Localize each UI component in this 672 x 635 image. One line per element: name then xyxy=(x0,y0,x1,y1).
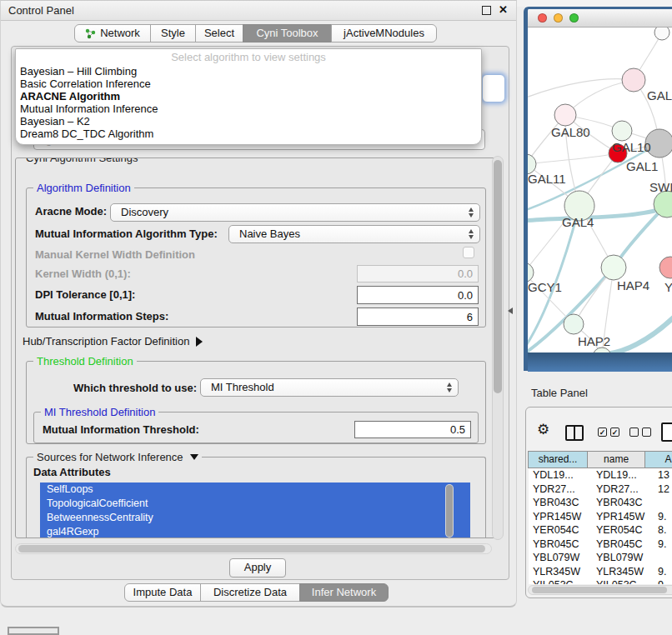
table-row[interactable]: YBR043CYBR043C xyxy=(529,496,672,510)
network-edge[interactable] xyxy=(528,79,634,98)
tab-infer-network[interactable]: Infer Network xyxy=(299,583,389,602)
kernel-width-field[interactable] xyxy=(357,265,479,282)
network-edge[interactable] xyxy=(607,315,672,352)
table-cell: YDR27... xyxy=(592,482,654,497)
table-row[interactable]: YIL053CYIL053C9 xyxy=(529,578,672,584)
table-row[interactable]: YDR27...YDR27...12 xyxy=(529,482,672,497)
network-node-gal80[interactable] xyxy=(554,104,576,126)
algorithm-option[interactable]: ARACNE Algorithm xyxy=(16,90,481,102)
network-edge[interactable] xyxy=(528,205,672,221)
table-cell: YBR045C xyxy=(529,538,592,552)
mi-threshold-label: Mutual Information Threshold: xyxy=(43,423,199,436)
settings-vertical-scrollbar[interactable] xyxy=(492,156,504,540)
table-horizontal-scrollbar[interactable] xyxy=(528,585,672,595)
network-node-gal10[interactable] xyxy=(612,121,632,141)
sources-title[interactable]: Sources for Network Inference xyxy=(33,451,202,463)
checked-box-icon: ✓ xyxy=(598,428,607,437)
algorithm-option[interactable]: Basic Correlation Inference xyxy=(16,78,481,90)
which-threshold-label: Which threshold to use: xyxy=(73,382,197,394)
tab-style[interactable]: Style xyxy=(150,24,196,42)
split-columns-icon[interactable] xyxy=(565,425,584,441)
deselect-all-columns-icon[interactable] xyxy=(629,428,651,437)
mi-steps-field[interactable] xyxy=(357,308,479,326)
table-cell: 12 xyxy=(654,482,672,497)
table-cell: YBR043C xyxy=(529,496,592,510)
table-cell: 13 xyxy=(654,468,672,482)
table-cell: YER054C xyxy=(592,523,654,538)
network-node-hap2[interactable] xyxy=(564,314,584,334)
table-cell xyxy=(654,496,672,510)
node-label: GAL80 xyxy=(551,125,590,139)
threshold-definition-title: Threshold Definition xyxy=(33,355,137,368)
table-panel-title: Table Panel xyxy=(531,387,588,399)
apply-button[interactable]: Apply xyxy=(229,558,286,578)
node-label: GAL11 xyxy=(528,172,566,186)
table-cell: YBL079W xyxy=(529,551,592,565)
table-cell: 9. xyxy=(654,538,672,552)
document-icon[interactable] xyxy=(661,422,672,442)
table-scroll-thumb[interactable] xyxy=(532,587,667,593)
zoom-traffic-light[interactable] xyxy=(569,13,579,22)
tab-discretize-data[interactable]: Discretize Data xyxy=(200,583,300,602)
node-label: GAL1 xyxy=(626,159,658,173)
network-edge[interactable] xyxy=(528,153,618,164)
attributes-scrollbar[interactable] xyxy=(445,484,454,538)
table-row[interactable]: YBR045CYBR045C9. xyxy=(529,538,672,552)
minimized-panel-stub[interactable] xyxy=(8,627,59,635)
hub-definition-label: Hub/Transcription Factor Definition xyxy=(23,335,189,348)
tab-cyni-toolbox[interactable]: Cyni Toolbox xyxy=(243,24,332,42)
tab-discretize-data-label: Discretize Data xyxy=(213,584,287,601)
algorithm-option[interactable]: Dream8 DC_TDC Algorithm xyxy=(16,128,481,140)
table-cell: YPR145W xyxy=(592,510,654,524)
table-row[interactable]: YLR345WYLR345W9. xyxy=(529,565,672,579)
attribute-item[interactable]: gal4RGexp xyxy=(40,525,470,538)
algorithm-option[interactable]: Bayesian – K2 xyxy=(16,115,481,128)
minimize-traffic-light[interactable] xyxy=(554,13,563,22)
table-row[interactable]: YBL079WYBL079W xyxy=(529,551,672,565)
aracne-mode-combo[interactable]: Discovery xyxy=(110,203,480,222)
close-traffic-light[interactable] xyxy=(538,13,547,22)
attribute-item[interactable]: SelfLoops xyxy=(40,482,470,497)
network-node-gal[interactable] xyxy=(622,68,645,92)
attribute-item[interactable]: BetweennessCentrality xyxy=(40,511,470,525)
kernel-width-label: Kernel Width (0,1): xyxy=(35,268,131,280)
which-threshold-combo[interactable]: MI Threshold xyxy=(200,378,459,397)
tab-jactivemnodules[interactable]: jActiveMNodules xyxy=(331,24,437,42)
gear-icon[interactable]: ⚙ xyxy=(537,422,549,437)
tab-select[interactable]: Select xyxy=(195,24,243,42)
hub-definition-toggle[interactable]: Hub/Transcription Factor Definition xyxy=(23,335,203,348)
column-header[interactable]: name xyxy=(587,451,645,468)
panel-collapse-arrow-icon[interactable] xyxy=(508,308,513,314)
mi-threshold-field[interactable] xyxy=(354,421,471,438)
close-icon[interactable]: ✕ xyxy=(499,3,508,16)
column-header[interactable]: shared... xyxy=(528,451,588,468)
network-node[interactable] xyxy=(654,28,669,40)
algorithm-option[interactable]: Mutual Information Inference xyxy=(16,102,481,115)
settings-horizontal-scrollbar[interactable] xyxy=(15,543,492,554)
network-canvas[interactable]: GALGAL80GAL10GAL1GAL11SWI4GAL4GCY1HAP4YH… xyxy=(528,28,672,352)
aracne-mode-label: Aracne Mode: xyxy=(35,205,107,218)
column-header[interactable]: A xyxy=(644,451,672,468)
attribute-item[interactable]: TopologicalCoefficient xyxy=(40,497,470,511)
manual-kernel-checkbox[interactable] xyxy=(463,247,474,258)
table-row[interactable]: YPR145WYPR145W9. xyxy=(529,510,672,524)
float-window-icon[interactable] xyxy=(482,6,491,15)
table-row[interactable]: YER054CYER054C8. xyxy=(529,523,672,538)
network-node-hap4[interactable] xyxy=(601,255,626,280)
tab-network-label: Network xyxy=(100,25,140,42)
table-cell: YBL079W xyxy=(592,551,654,565)
network-window-titlebar[interactable] xyxy=(528,9,672,28)
table-row[interactable]: YDL19...YDL19...13 xyxy=(529,468,672,482)
tab-impute-data[interactable]: Impute Data xyxy=(124,583,201,602)
select-all-columns-icon[interactable]: ✓ ✓ xyxy=(598,428,619,437)
data-attributes-list[interactable]: SelfLoopsTopologicalCoefficientBetweenne… xyxy=(40,482,470,538)
aracne-mode-value: Discovery xyxy=(111,204,479,221)
dpi-tolerance-field[interactable] xyxy=(357,286,479,304)
algorithm-option[interactable]: Bayesian – Hill Climbing xyxy=(16,65,481,78)
vertical-scroll-thumb[interactable] xyxy=(494,160,502,393)
mi-type-combo[interactable]: Naive Bayes xyxy=(228,225,480,243)
control-panel-titlebar[interactable]: Control Panel ✕ xyxy=(1,1,516,21)
network-node-y[interactable] xyxy=(659,257,672,278)
tab-network[interactable]: Network xyxy=(74,24,151,42)
horizontal-scroll-thumb[interactable] xyxy=(18,545,485,552)
